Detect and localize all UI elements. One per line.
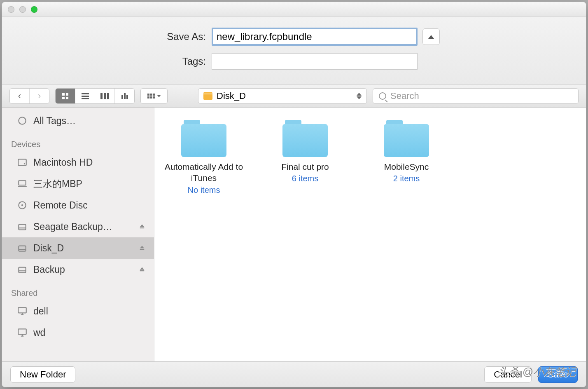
folder-item[interactable]: Automatically Add to iTunes No items [163, 120, 245, 195]
sidebar-shared-item[interactable]: wd [2, 322, 154, 343]
svg-rect-3 [19, 180, 26, 185]
eject-button[interactable] [138, 264, 146, 275]
search-field[interactable]: Search [373, 88, 579, 104]
arrange-button[interactable] [141, 89, 167, 103]
sidebar: All Tags… Devices Macintosh HD 三水的MBP Re… [2, 108, 154, 361]
sidebar-device-item[interactable]: Seagate Backup… [2, 216, 154, 237]
sidebar-device-item[interactable]: Backup [2, 259, 154, 280]
svg-point-2 [24, 163, 25, 164]
sidebar-item-label: 三水的MBP [33, 178, 82, 190]
svg-rect-7 [19, 225, 26, 230]
chevron-down-icon [157, 95, 161, 97]
eject-button[interactable] [138, 221, 146, 232]
sidebar-device-item[interactable]: 三水的MBP [2, 173, 154, 194]
arrange-icon [147, 94, 155, 98]
sidebar-device-item[interactable]: Remote Disc [2, 194, 154, 216]
tag-icon [17, 117, 28, 125]
sidebar-item-label: Backup [33, 264, 65, 275]
laptop-icon [17, 180, 28, 188]
file-browser[interactable]: Automatically Add to iTunes No items Fin… [154, 108, 586, 361]
disc-icon [17, 201, 28, 209]
sidebar-item-label: wd [33, 327, 45, 338]
svg-rect-16 [18, 307, 26, 313]
browser-toolbar: ‹ › Disk_D Search [2, 84, 586, 108]
save-form: Save As: Tags: [2, 17, 586, 84]
chevron-up-icon [428, 35, 434, 39]
hdd-icon [17, 158, 28, 166]
sidebar-shared-item[interactable]: dell [2, 300, 154, 322]
view-segment [55, 88, 135, 104]
monitor-icon [17, 307, 28, 315]
titlebar[interactable] [2, 2, 586, 17]
folder-icon [384, 120, 429, 157]
window-controls [8, 6, 37, 13]
svg-rect-10 [19, 246, 26, 251]
folder-item-count: 6 items [264, 174, 346, 183]
folder-item[interactable]: Final cut pro 6 items [264, 120, 346, 183]
sidebar-device-item[interactable]: Macintosh HD [2, 152, 154, 173]
sidebar-item-label: Remote Disc [33, 200, 88, 211]
nav-segment: ‹ › [9, 88, 49, 104]
collapse-toggle-button[interactable] [422, 28, 440, 45]
sidebar-item-label: dell [33, 306, 48, 317]
svg-rect-12 [140, 249, 145, 250]
svg-rect-15 [140, 270, 145, 271]
folder-name: Automatically Add to iTunes [163, 161, 245, 184]
folder-name: Final cut pro [264, 161, 346, 172]
search-icon [379, 92, 386, 100]
tags-input[interactable] [212, 53, 418, 70]
saveas-input[interactable] [212, 28, 418, 46]
dialog-footer: New Folder 头杀 @小灰笔记 Cancel Save [2, 361, 586, 387]
grid-icon [62, 93, 68, 99]
drive-icon [203, 92, 212, 100]
folder-item[interactable]: MobileSync 2 items [365, 120, 448, 183]
tags-label: Tags: [148, 56, 206, 67]
coverflow-icon [121, 93, 128, 99]
folder-item-count: 2 items [365, 174, 448, 183]
back-button[interactable]: ‹ [10, 89, 30, 103]
sidebar-item-label: Seagate Backup… [33, 221, 112, 232]
folder-icon [282, 120, 328, 157]
sidebar-header-devices: Devices [2, 131, 154, 152]
svg-point-0 [19, 117, 26, 124]
minimize-window-button[interactable] [19, 6, 26, 13]
save-button[interactable]: Save [538, 366, 578, 383]
sidebar-item-label: Macintosh HD [33, 157, 93, 168]
cancel-button[interactable]: Cancel [484, 366, 531, 383]
folder-name: MobileSync [365, 161, 448, 172]
location-label: Disk_D [217, 91, 352, 101]
svg-rect-1 [18, 159, 26, 165]
sidebar-item-label: Disk_D [33, 243, 64, 254]
close-window-button[interactable] [8, 6, 14, 13]
columns-icon [100, 93, 109, 99]
search-placeholder: Search [390, 91, 419, 101]
sidebar-device-item[interactable]: Disk_D [2, 237, 154, 259]
list-view-button[interactable] [75, 89, 95, 103]
list-icon [82, 93, 89, 99]
icon-view-button[interactable] [56, 89, 75, 103]
saveas-label: Save As: [148, 31, 206, 42]
sidebar-header-shared: Shared [2, 280, 154, 300]
column-view-button[interactable] [95, 89, 115, 103]
ext-icon [17, 223, 28, 231]
coverflow-view-button[interactable] [115, 89, 135, 103]
location-popup[interactable]: Disk_D [198, 88, 367, 104]
ext-icon [17, 244, 28, 252]
new-folder-button[interactable]: New Folder [10, 366, 75, 383]
sidebar-item-all-tags[interactable]: All Tags… [2, 110, 154, 131]
monitor-icon [17, 328, 28, 337]
zoom-window-button[interactable] [31, 6, 37, 13]
arrange-segment [140, 88, 168, 104]
svg-point-6 [21, 204, 23, 206]
stepper-icon [357, 93, 362, 99]
ext-icon [17, 265, 28, 274]
forward-button[interactable]: › [30, 89, 49, 103]
folder-icon [181, 120, 226, 157]
eject-button[interactable] [138, 243, 146, 254]
save-dialog: Save As: Tags: ‹ › Disk_D [2, 2, 586, 387]
folder-item-count: No items [163, 185, 245, 195]
svg-rect-13 [19, 267, 26, 273]
svg-rect-9 [140, 227, 145, 228]
svg-rect-19 [18, 329, 26, 334]
